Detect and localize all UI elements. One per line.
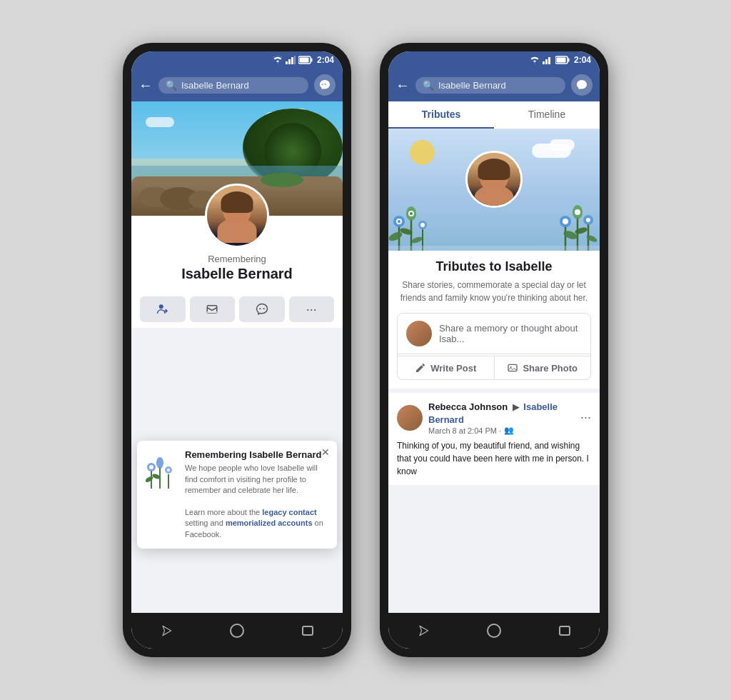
- nav-home-hardware-2[interactable]: [480, 616, 508, 645]
- memorial-avatar: [465, 151, 523, 208]
- tab-tributes[interactable]: Tributes: [388, 101, 494, 129]
- legacy-contact-link[interactable]: legacy contact: [262, 508, 316, 516]
- flowers-svg: [388, 204, 600, 251]
- inbox-btn-1[interactable]: [190, 296, 236, 322]
- write-post-icon: [415, 362, 426, 374]
- post-author-avatar: [397, 405, 423, 431]
- bottom-nav-1: [131, 613, 343, 649]
- share-box: Share a memory or thought about Isab... …: [397, 313, 591, 380]
- remembering-label-1: Remembering: [208, 254, 266, 264]
- nav-recent-hardware[interactable]: [293, 616, 322, 645]
- status-icons-2: [530, 56, 570, 64]
- memorialized-link[interactable]: memorialized accounts: [226, 519, 313, 527]
- messenger-icon-1[interactable]: [314, 74, 336, 96]
- post-author-line: Rebecca Johnson ▶ Isabelle Bernard: [428, 400, 575, 426]
- svg-rect-5: [311, 59, 312, 62]
- post-time: March 8 at 2:04 PM ·: [428, 426, 501, 435]
- svg-rect-30: [556, 58, 565, 63]
- tab-timeline[interactable]: Timeline: [494, 101, 600, 129]
- home-hardware-icon: [230, 624, 244, 638]
- tooltip-text: We hope people who love Isabelle will fi…: [185, 463, 328, 540]
- svg-marker-60: [420, 626, 428, 635]
- svg-point-44: [410, 236, 423, 244]
- svg-rect-2: [291, 57, 293, 64]
- battery-icon: [298, 56, 313, 64]
- tooltip-text-part2: Learn more about the: [185, 508, 262, 516]
- svg-rect-25: [543, 61, 545, 64]
- write-post-label: Write Post: [430, 363, 476, 374]
- post-item: Rebecca Johnson ▶ Isabelle Bernard March…: [388, 393, 600, 485]
- chat-icon: [256, 303, 268, 316]
- svg-point-55: [574, 226, 588, 235]
- svg-point-7: [159, 304, 163, 309]
- tributes-title: Tributes to Isabelle: [397, 259, 591, 274]
- avatar-face-1: [207, 186, 267, 246]
- content-1: Remembering Isabelle Bernard: [131, 101, 343, 613]
- messenger-svg-2: [576, 79, 588, 91]
- post-more-btn[interactable]: ···: [580, 410, 591, 425]
- flower-illustration: [146, 449, 178, 540]
- more-btn-1[interactable]: ···: [289, 296, 335, 322]
- tributes-description: Share stories, commemorate a special day…: [397, 279, 591, 304]
- back-hardware-icon: [159, 624, 173, 638]
- svg-point-50: [575, 209, 580, 215]
- sun: [410, 140, 435, 165]
- tooltip-text-part1: We hope people who love Isabelle will fi…: [185, 464, 318, 494]
- search-text-2: Isabelle Bernard: [438, 80, 506, 91]
- signal-icon-2: [543, 56, 553, 64]
- status-bar-1: 2:04: [131, 51, 343, 69]
- status-bar-2: 2:04: [388, 51, 600, 69]
- back-button-2[interactable]: ←: [395, 77, 410, 94]
- status-icons-1: [273, 56, 313, 64]
- nav-back-hardware[interactable]: [152, 616, 181, 645]
- post-visibility-icon: 👥: [504, 426, 514, 435]
- post-time-row: March 8 at 2:04 PM · 👥: [428, 426, 575, 435]
- svg-point-21: [167, 469, 170, 471]
- svg-rect-3: [294, 56, 296, 64]
- nav-recent-hardware-2[interactable]: [550, 616, 579, 645]
- wifi-icon: [273, 56, 283, 64]
- search-bar-2[interactable]: 🔍 Isabelle Bernard: [415, 77, 565, 94]
- avatar-hair-1: [221, 191, 253, 213]
- share-photo-btn[interactable]: Share Photo: [495, 356, 591, 379]
- tooltip-title: Remembering Isabelle Bernard: [185, 449, 328, 460]
- svg-rect-10: [208, 311, 218, 313]
- home-hardware-icon-2: [487, 624, 501, 638]
- write-post-btn[interactable]: Write Post: [398, 356, 495, 379]
- tabs-bar: Tributes Timeline: [388, 101, 600, 129]
- messenger-icon-2[interactable]: [571, 74, 593, 96]
- tab-timeline-label: Timeline: [528, 109, 565, 120]
- phone-2: 2:04 ← 🔍 Isabelle Bernard Tributes: [380, 43, 608, 657]
- svg-point-17: [156, 457, 163, 469]
- share-input-row: Share a memory or thought about Isab...: [398, 314, 590, 354]
- memorial-avatar-hair: [478, 159, 510, 180]
- svg-rect-6: [299, 58, 308, 63]
- profile-avatar-1: [205, 184, 269, 248]
- flower-svg: [146, 449, 178, 492]
- back-button-1[interactable]: ←: [138, 77, 153, 94]
- svg-point-15: [149, 465, 153, 469]
- friend-btn-1[interactable]: [140, 296, 186, 322]
- tooltip-close-button[interactable]: ✕: [321, 446, 330, 458]
- inbox-icon: [206, 303, 218, 316]
- recent-hardware-icon-2: [559, 626, 570, 636]
- svg-point-47: [563, 219, 568, 224]
- tooltip-popup-1: Remembering Isabelle Bernard We hope peo…: [137, 441, 337, 549]
- nav-back-hardware-2[interactable]: [409, 616, 438, 645]
- search-bar-1[interactable]: 🔍 Isabelle Bernard: [158, 77, 308, 94]
- tooltip-text-part3: setting and: [185, 519, 226, 527]
- share-photo-label: Share Photo: [523, 363, 578, 374]
- svg-rect-57: [388, 246, 600, 251]
- svg-rect-1: [288, 59, 291, 64]
- more-dots-1: ···: [306, 302, 317, 317]
- nav-home-hardware[interactable]: [223, 616, 251, 645]
- friend-icon: [156, 303, 169, 316]
- time-1: 2:04: [317, 55, 334, 65]
- content-2: Tributes to Isabelle Share stories, comm…: [388, 129, 600, 613]
- svg-point-38: [410, 212, 413, 215]
- share-placeholder-text[interactable]: Share a memory or thought about Isab...: [439, 323, 582, 344]
- memorial-banner: [388, 129, 600, 251]
- signal-icon: [286, 56, 296, 64]
- post-actions-row: Write Post Share Photo: [398, 356, 590, 379]
- messenger-btn-1[interactable]: [239, 296, 285, 322]
